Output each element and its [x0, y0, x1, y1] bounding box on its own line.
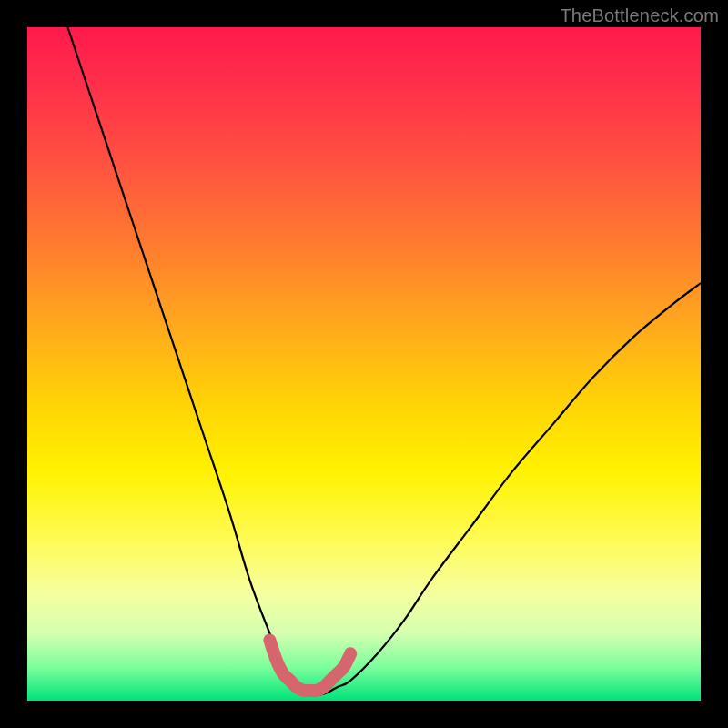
outer-frame: TheBottleneck.com — [0, 0, 728, 728]
chart-svg — [27, 27, 701, 701]
optimal-zone-marker — [269, 640, 350, 691]
bottleneck-curve — [67, 27, 701, 695]
watermark-text: TheBottleneck.com — [560, 5, 719, 26]
plot-area — [27, 27, 701, 701]
